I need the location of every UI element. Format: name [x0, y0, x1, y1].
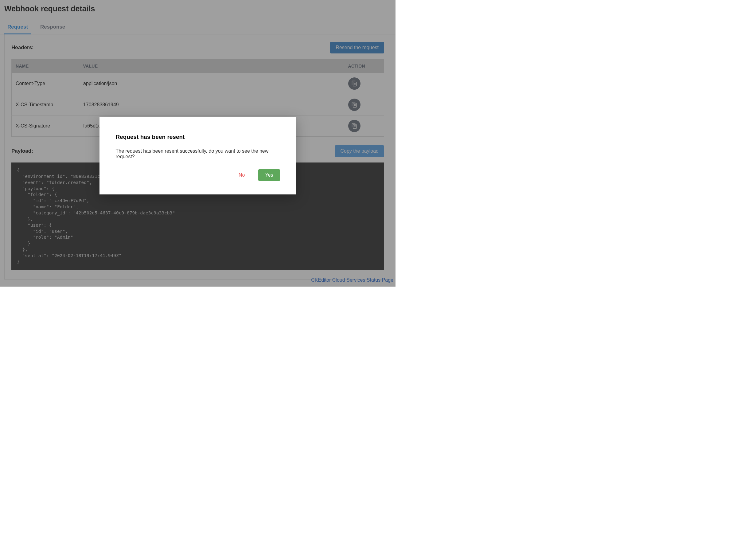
modal-body: The request has been resent successfully…: [116, 148, 280, 159]
modal-yes-button[interactable]: Yes: [258, 169, 280, 181]
modal-actions: No Yes: [116, 169, 280, 181]
modal-no-button[interactable]: No: [234, 169, 249, 181]
modal-dialog: Request has been resent The request has …: [99, 117, 296, 194]
modal-title: Request has been resent: [116, 134, 280, 140]
modal-overlay[interactable]: Request has been resent The request has …: [0, 0, 396, 287]
